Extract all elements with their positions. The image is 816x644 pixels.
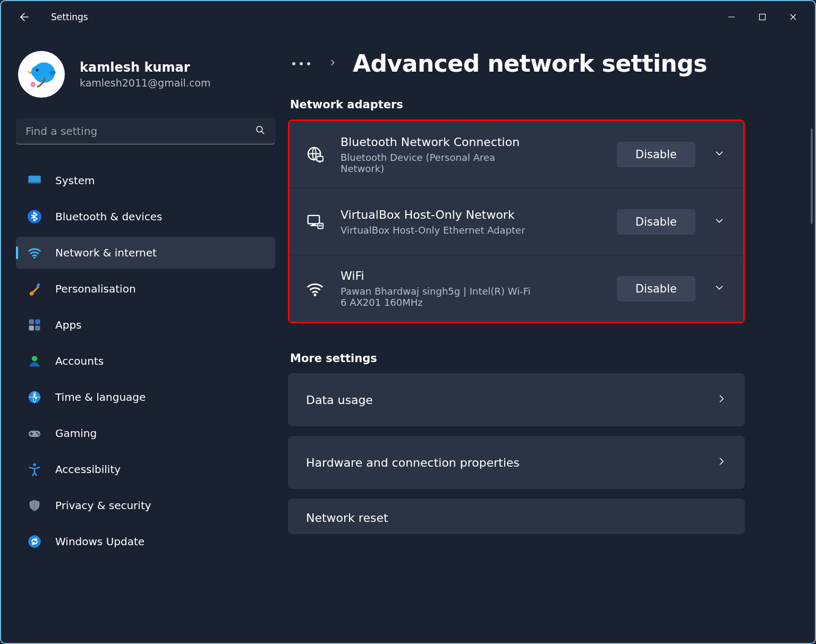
chevron-right-icon <box>328 58 337 69</box>
svg-rect-14 <box>29 320 34 324</box>
avatar-bird-icon <box>20 53 63 96</box>
sidebar-item-label: Gaming <box>55 427 97 440</box>
shield-icon <box>27 497 42 513</box>
scrollbar-thumb[interactable] <box>811 128 813 224</box>
sidebar-item-label: Bluetooth & devices <box>55 210 163 223</box>
sidebar-item-privacy[interactable]: Privacy & security <box>16 490 275 521</box>
apps-icon <box>27 317 42 333</box>
search-icon <box>255 125 266 138</box>
paintbrush-icon <box>27 281 42 297</box>
minimize-button[interactable] <box>716 6 747 28</box>
svg-rect-29 <box>312 224 316 225</box>
sidebar-item-label: Time & language <box>55 391 146 403</box>
chevron-right-icon <box>716 393 727 407</box>
breadcrumb-more-button[interactable] <box>290 59 312 68</box>
adapter-row-virtualbox[interactable]: VirtualBox Host-Only Network VirtualBox … <box>290 188 743 255</box>
close-button[interactable] <box>778 6 809 28</box>
breadcrumb: Advanced network settings <box>288 50 805 77</box>
sidebar-nav: System Bluetooth & devices Network & int… <box>16 162 275 560</box>
update-icon <box>27 534 42 549</box>
sidebar-item-network[interactable]: Network & internet <box>16 237 275 269</box>
disable-button[interactable]: Disable <box>617 142 695 167</box>
sidebar-item-system[interactable]: System <box>16 165 275 196</box>
svg-rect-27 <box>319 161 321 162</box>
sidebar-item-label: System <box>55 174 95 187</box>
bluetooth-icon <box>27 209 42 225</box>
sidebar-item-apps[interactable]: Apps <box>16 309 275 341</box>
section-title-more: More settings <box>290 352 805 365</box>
sidebar-item-label: Apps <box>55 319 82 331</box>
sidebar-item-label: Accessibility <box>55 463 121 476</box>
svg-rect-15 <box>35 320 40 324</box>
adapter-title: VirtualBox Host-Only Network <box>341 208 602 221</box>
back-button[interactable] <box>15 8 32 25</box>
window-controls <box>716 6 809 28</box>
sidebar: kamlesh kumar kamlesh2011@gmail.com Syst… <box>1 33 288 643</box>
accessibility-icon <box>27 461 42 477</box>
adapter-subtitle: Pawan Bhardwaj singh5g | Intel(R) Wi-Fi … <box>341 286 532 308</box>
link-label: Data usage <box>306 393 373 407</box>
adapters-highlight-box: Bluetooth Network Connection Bluetooth D… <box>288 119 745 323</box>
scrollbar[interactable] <box>811 128 813 630</box>
link-network-reset[interactable]: Network reset <box>288 499 745 534</box>
page-title: Advanced network settings <box>353 50 707 77</box>
chevron-down-icon[interactable] <box>710 279 728 299</box>
svg-point-23 <box>33 463 36 466</box>
svg-rect-28 <box>308 215 320 224</box>
ethernet-monitor-icon <box>304 213 326 231</box>
svg-point-5 <box>36 68 38 71</box>
globe-network-icon <box>304 145 326 164</box>
sidebar-item-personalisation[interactable]: Personalisation <box>16 273 275 305</box>
maximize-button[interactable] <box>747 6 778 28</box>
sidebar-item-bluetooth[interactable]: Bluetooth & devices <box>16 201 275 233</box>
titlebar: Settings <box>1 1 815 33</box>
section-title-adapters: Network adapters <box>290 98 805 111</box>
svg-point-24 <box>28 535 40 547</box>
svg-rect-13 <box>36 283 40 287</box>
svg-rect-26 <box>317 157 323 161</box>
svg-point-7 <box>32 83 34 85</box>
search-input[interactable] <box>16 118 275 144</box>
adapter-title: WiFi <box>341 269 602 282</box>
sidebar-item-accounts[interactable]: Accounts <box>16 345 275 377</box>
profile-block[interactable]: kamlesh kumar kamlesh2011@gmail.com <box>16 48 275 102</box>
adapter-subtitle: Bluetooth Device (Personal Area Network) <box>341 152 532 174</box>
content-pane: Advanced network settings Network adapte… <box>288 33 815 643</box>
link-hardware-properties[interactable]: Hardware and connection properties <box>288 436 745 489</box>
link-label: Hardware and connection properties <box>306 456 520 469</box>
sidebar-item-time[interactable]: Time & language <box>16 381 275 413</box>
link-data-usage[interactable]: Data usage <box>288 373 745 426</box>
clock-globe-icon <box>27 389 42 405</box>
sidebar-item-accessibility[interactable]: Accessibility <box>16 453 275 485</box>
adapter-title: Bluetooth Network Connection <box>341 135 602 149</box>
chevron-right-icon <box>716 456 727 469</box>
sidebar-item-label: Accounts <box>55 355 104 367</box>
svg-rect-33 <box>321 225 322 226</box>
sidebar-item-update[interactable]: Windows Update <box>16 526 275 557</box>
svg-rect-31 <box>318 223 323 228</box>
chevron-down-icon[interactable] <box>710 144 728 165</box>
display-icon <box>27 173 42 188</box>
svg-point-3 <box>31 66 43 78</box>
svg-point-34 <box>313 293 316 296</box>
svg-rect-30 <box>310 225 317 226</box>
svg-point-12 <box>33 256 36 259</box>
svg-point-18 <box>32 356 37 361</box>
adapter-row-bluetooth[interactable]: Bluetooth Network Connection Bluetooth D… <box>290 121 743 188</box>
person-icon <box>27 353 42 369</box>
adapter-row-wifi[interactable]: WiFi Pawan Bhardwaj singh5g | Intel(R) W… <box>290 255 743 322</box>
chevron-down-icon[interactable] <box>710 212 728 232</box>
disable-button[interactable]: Disable <box>617 276 695 302</box>
svg-rect-32 <box>319 225 320 226</box>
sidebar-item-label: Personalisation <box>55 282 136 295</box>
gamepad-icon <box>27 425 42 441</box>
link-label: Network reset <box>306 511 727 525</box>
sidebar-item-gaming[interactable]: Gaming <box>16 417 275 449</box>
wifi-bars-icon <box>304 280 326 298</box>
sidebar-item-label: Privacy & security <box>55 499 151 512</box>
profile-email: kamlesh2011@gmail.com <box>80 77 210 89</box>
adapter-subtitle: VirtualBox Host-Only Ethernet Adapter <box>341 225 532 236</box>
svg-rect-10 <box>28 183 40 184</box>
wifi-icon <box>27 245 42 261</box>
disable-button[interactable]: Disable <box>617 209 695 235</box>
